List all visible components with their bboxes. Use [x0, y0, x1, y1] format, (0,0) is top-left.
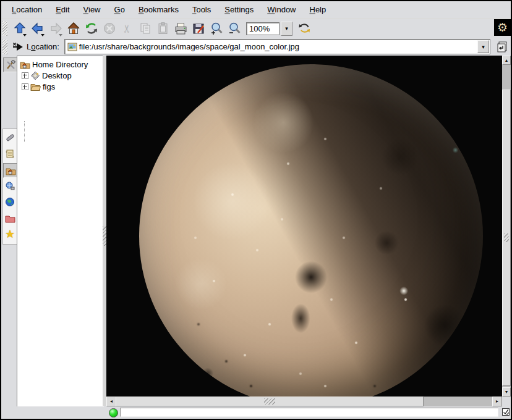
expand-plus-icon[interactable]: [22, 83, 28, 90]
tree-item-desktop[interactable]: Desktop: [22, 70, 72, 81]
menu-window[interactable]: Window: [260, 2, 302, 17]
save-icon: [192, 22, 206, 36]
stop-button[interactable]: [101, 20, 117, 37]
menu-edit[interactable]: Edit: [49, 2, 76, 17]
sidebar-configure-button[interactable]: [3, 57, 18, 72]
zoom-level-combo: 100% ▾: [246, 22, 292, 36]
stop-icon: [103, 22, 116, 35]
zoom-in-button[interactable]: [208, 20, 225, 37]
image-file-icon: [67, 43, 77, 51]
location-combobox[interactable]: file:/usr/share/backgrounds/images/space…: [64, 39, 490, 54]
cut-icon: ✂: [121, 24, 134, 33]
scroll-left-icon: ◂: [110, 399, 113, 404]
scroll-right-button[interactable]: ▸: [492, 397, 502, 406]
root-folder-icon: [5, 214, 15, 223]
folder-icon: [30, 82, 41, 91]
horizontal-scroll-thumb[interactable]: [116, 397, 424, 406]
reload-button[interactable]: [83, 20, 100, 37]
save-button[interactable]: [190, 20, 207, 37]
menubar: Location Edit View Go Bookmarks Tools Se…: [1, 1, 511, 19]
menu-view[interactable]: View: [77, 2, 108, 17]
chevron-down-icon: ▾: [285, 25, 288, 32]
tree-item-label: Desktop: [42, 71, 72, 80]
sidebar-devices-button[interactable]: [3, 131, 17, 145]
home-folder-icon: [20, 60, 30, 69]
menu-location[interactable]: Location: [5, 2, 49, 17]
expand-plus-icon[interactable]: [22, 72, 28, 79]
scroll-up-button[interactable]: ▴: [502, 56, 511, 65]
thumb-grip: [504, 233, 509, 242]
view-indicator-icon: [501, 408, 510, 416]
menu-tools[interactable]: Tools: [186, 2, 218, 17]
sidebar-globe-button[interactable]: [3, 195, 17, 209]
menu-settings[interactable]: Settings: [218, 2, 260, 17]
rotate-icon: [297, 22, 311, 35]
go-button[interactable]: [495, 39, 511, 55]
sidebar-history-button[interactable]: [3, 147, 17, 161]
location-toolbar: Location: file:/usr/share/backgrounds/im…: [1, 38, 511, 56]
scroll-left-button[interactable]: ◂: [106, 397, 116, 406]
active-view-indicator[interactable]: [500, 406, 511, 417]
zoom-out-icon: [228, 22, 242, 36]
konqueror-window: Location Edit View Go Bookmarks Tools Se…: [0, 0, 512, 420]
tree-item-figs[interactable]: figs: [22, 81, 55, 92]
clear-location-button[interactable]: [11, 40, 24, 54]
bookmarks-star-icon: ★: [5, 227, 15, 241]
back-dropdown-caret[interactable]: [41, 34, 45, 36]
forward-dropdown-caret[interactable]: [59, 34, 62, 36]
scrollbar-corner: [502, 397, 511, 406]
copy-icon: [139, 22, 152, 35]
rotate-button[interactable]: [296, 20, 312, 37]
locationbar-drag-handle[interactable]: [2, 40, 7, 54]
main-toolbar: ✂: [1, 19, 511, 38]
menu-go[interactable]: Go: [108, 2, 132, 17]
cut-button[interactable]: ✂: [119, 20, 135, 37]
tree-item-home-directory[interactable]: Home Directory: [20, 59, 88, 70]
location-url-input[interactable]: file:/usr/share/backgrounds/images/space…: [77, 42, 477, 51]
location-dropdown-button[interactable]: ▾: [477, 40, 489, 53]
copy-button[interactable]: [137, 20, 153, 37]
paste-button[interactable]: [155, 20, 171, 37]
reload-icon: [85, 22, 98, 35]
toolbar-drag-handle[interactable]: [2, 21, 7, 36]
zoom-out-button[interactable]: [226, 20, 243, 37]
go-icon: [497, 41, 509, 53]
home-icon: [67, 22, 80, 35]
sidebar-button-strip: ★: [1, 56, 17, 406]
clear-location-icon: [12, 41, 23, 52]
sidebar-root-button[interactable]: [3, 211, 17, 225]
print-icon: [174, 22, 188, 36]
scroll-down-button[interactable]: ▾: [502, 387, 511, 397]
menu-help[interactable]: Help: [303, 2, 333, 17]
kde-gear-icon: ⚙: [497, 20, 508, 35]
zoom-dropdown-button[interactable]: ▾: [281, 22, 292, 36]
thumb-grip: [264, 398, 275, 405]
sidebar-home-button[interactable]: [3, 163, 18, 178]
print-button[interactable]: [173, 20, 189, 37]
devices-icon: [5, 133, 15, 143]
up-button[interactable]: [11, 20, 28, 37]
scroll-right-icon: ▸: [496, 399, 498, 404]
configure-tools-icon: [6, 60, 16, 70]
moon-image: [139, 64, 483, 397]
scroll-down-icon: ▾: [505, 390, 508, 395]
zoom-level-value[interactable]: 100%: [246, 22, 279, 35]
home-button[interactable]: [65, 20, 82, 37]
back-button[interactable]: [29, 20, 46, 37]
forward-button[interactable]: [47, 20, 64, 37]
up-dropdown-caret[interactable]: [23, 34, 27, 36]
horizontal-scrollbar[interactable]: ◂ ▸: [106, 397, 502, 406]
menu-bookmarks[interactable]: Bookmarks: [132, 2, 186, 17]
scroll-up-icon: ▴: [505, 58, 508, 63]
vertical-scrollbar[interactable]: ▴ ▾: [502, 56, 511, 397]
sidebar-network-button[interactable]: [3, 179, 17, 193]
paste-icon: [156, 22, 170, 35]
location-label: Location:: [27, 42, 59, 51]
tree-connector-line: [24, 121, 25, 142]
activity-led-indicator: [109, 408, 118, 418]
web-globe-icon: [5, 197, 15, 207]
sidebar-bookmarks-button[interactable]: ★: [3, 227, 17, 241]
kde-throbber[interactable]: ⚙: [494, 19, 511, 36]
vertical-scroll-thumb[interactable]: [502, 90, 511, 386]
tree-item-label: figs: [43, 82, 55, 91]
